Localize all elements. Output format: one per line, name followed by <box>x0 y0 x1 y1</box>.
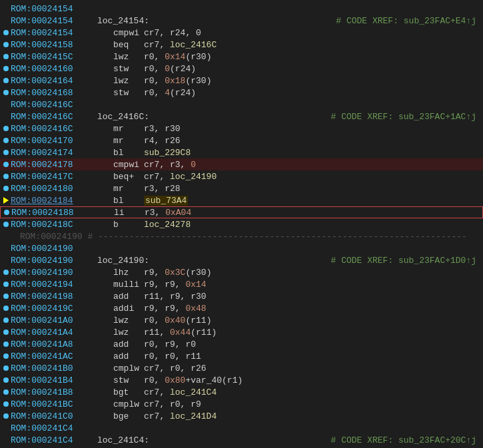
address: ROM:00024158 <box>11 40 97 50</box>
operands: sub_229C8 <box>144 148 191 158</box>
code-line: ROM:000241AC add r0, r0, r11 <box>0 350 483 362</box>
bp-area <box>1 222 11 227</box>
code-line: ROM:0002416C <box>0 99 483 111</box>
mnemonic: bl <box>97 196 144 206</box>
bp-area <box>1 138 11 143</box>
mnemonic: stw <box>97 64 144 74</box>
mnemonic: add <box>97 351 144 361</box>
code-line: ROM:00024168 stw r0, 4(r24) <box>0 87 483 99</box>
bp-area <box>1 197 11 204</box>
mnemonic: mr <box>97 184 144 194</box>
operands: cr7, r0, r26 <box>144 363 207 373</box>
mnemonic: add <box>97 292 144 302</box>
mnemonic: cmpwi <box>97 160 144 170</box>
address: ROM:00024194 <box>11 280 97 290</box>
address: ROM:00024184 <box>11 196 97 206</box>
xref-comment: # CODE XREF: sub_23FAC+1D0↑j <box>331 256 482 266</box>
operands: r3, r28 <box>144 184 181 194</box>
code-line: ROM:000241B0 cmplw cr7, r0, r26 <box>0 362 483 374</box>
code-line: ROM:0002419C addi r9, r9, 0x48 <box>0 302 483 314</box>
bp-area <box>2 210 11 215</box>
disassembly-view: ROM:00024154 ROM:00024154 loc_24154: # C… <box>0 0 483 448</box>
bp-area <box>1 353 11 359</box>
mnemonic: lhz <box>97 268 144 278</box>
address: ROM:0002416C <box>11 112 97 122</box>
code-line: ROM:00024160 stw r0, 0(r24) <box>0 63 483 75</box>
bp-area <box>1 66 11 71</box>
operands: r0, 0(r24) <box>144 64 196 74</box>
address: ROM:000241B4 <box>11 375 97 385</box>
bp-area <box>1 318 11 323</box>
operands: cr7, r3, 0 <box>144 160 196 170</box>
address: ROM:000241BC <box>11 399 97 409</box>
bp-area <box>1 389 11 395</box>
address: ROM:000241A8 <box>11 339 97 349</box>
code-line: ROM:000241C4 loc_241C4: # CODE XREF: sub… <box>0 434 483 446</box>
code-line: ROM:0002416C mr r3, r30 <box>0 122 483 134</box>
address: ROM:00024178 <box>11 160 97 170</box>
address: ROM:00024164 <box>11 76 97 86</box>
code-line: ROM:00024164 lwz r0, 0x18(r30) <box>0 75 483 87</box>
operands: sub_73A4 <box>144 196 188 206</box>
operands: r0, r9, r0 <box>144 339 196 349</box>
address: ROM:00024198 <box>11 292 97 302</box>
mnemonic: mulli <box>97 280 144 290</box>
code-line: ROM:00024174 bl sub_229C8 <box>0 146 483 158</box>
address: ROM:00024154 <box>11 4 97 14</box>
operands: r3, 0xA04 <box>145 208 191 218</box>
code-line: ROM:0002417C beq+ cr7, loc_24190 <box>0 170 483 182</box>
operands: r0, r0, r11 <box>144 351 201 361</box>
mnemonic: bge <box>97 411 144 421</box>
bp-area <box>1 90 11 95</box>
operands: r4, r26 <box>144 136 181 146</box>
mnemonic: mr <box>97 136 144 146</box>
code-line: ROM:00024190 loc_24190: # CODE XREF: sub… <box>0 254 483 266</box>
operands: cr7, loc_241D4 <box>144 411 217 421</box>
mnemonic: beq+ <box>97 172 144 182</box>
operands: loc_24278 <box>144 220 191 230</box>
address: ROM:0002416C <box>11 100 97 110</box>
address: ROM:0002417C <box>11 172 97 182</box>
address: ROM:00024160 <box>11 64 97 74</box>
code-line: ROM:00024154 loc_24154: # CODE XREF: sub… <box>0 15 483 27</box>
code-line: ROM:000241B4 stw r0, 0x80+var_40(r1) <box>0 374 483 386</box>
bp-area <box>1 270 11 275</box>
mnemonic: mr <box>97 124 144 134</box>
operands: r0, 0x18(r30) <box>144 76 211 86</box>
xref-comment: # CODE XREF: sub_23FAC+1AC↑j <box>331 112 482 122</box>
operands: r0, 4(r24) <box>144 88 196 98</box>
operands: cr7, loc_241C4 <box>144 387 217 397</box>
label: loc_2416C: <box>97 112 149 122</box>
bp-area <box>1 330 11 335</box>
address: ROM:0002416C <box>11 124 97 134</box>
address: ROM:00024168 <box>11 88 97 98</box>
operands: cr7, loc_2416C <box>144 40 217 50</box>
mnemonic: bl <box>97 148 144 158</box>
bp-area <box>1 401 11 407</box>
address: ROM:00024174 <box>11 148 97 158</box>
code-line-arrow: ROM:00024184 bl sub_73A4 <box>0 194 483 206</box>
mnemonic: stw <box>97 375 144 385</box>
code-line: ROM:00024154 <box>0 3 483 15</box>
code-line: ROM:00024180 mr r3, r28 <box>0 182 483 194</box>
address: ROM:00024154 <box>11 28 97 38</box>
operands: r9, r9, 0x14 <box>144 280 207 290</box>
bp-area <box>1 150 11 155</box>
bp-area <box>1 365 11 371</box>
mnemonic: cmplw <box>97 399 144 409</box>
code-line: ROM:000241A8 add r0, r9, r0 <box>0 338 483 350</box>
label: loc_241C4: <box>97 435 149 445</box>
address: ROM:00024190 <box>11 268 97 278</box>
address: ROM:000241A4 <box>11 328 97 337</box>
mnemonic: beq <box>97 40 144 50</box>
bp-area <box>1 30 11 35</box>
operands: r0, 0x80+var_40(r1) <box>144 375 242 385</box>
mnemonic: stw <box>97 88 144 98</box>
separator: ROM:00024190 # -------------------------… <box>11 232 467 242</box>
code-line-highlighted: ROM:00024178 cmpwi cr7, r3, 0 <box>0 158 483 170</box>
operands: cr7, r0, r9 <box>144 399 201 409</box>
code-line: ROM:00024198 add r11, r9, r30 <box>0 290 483 302</box>
code-line: ROM:00024194 mulli r9, r9, 0x14 <box>0 278 483 290</box>
address: ROM:000241A0 <box>11 316 97 326</box>
mnemonic: lwz <box>97 328 144 337</box>
